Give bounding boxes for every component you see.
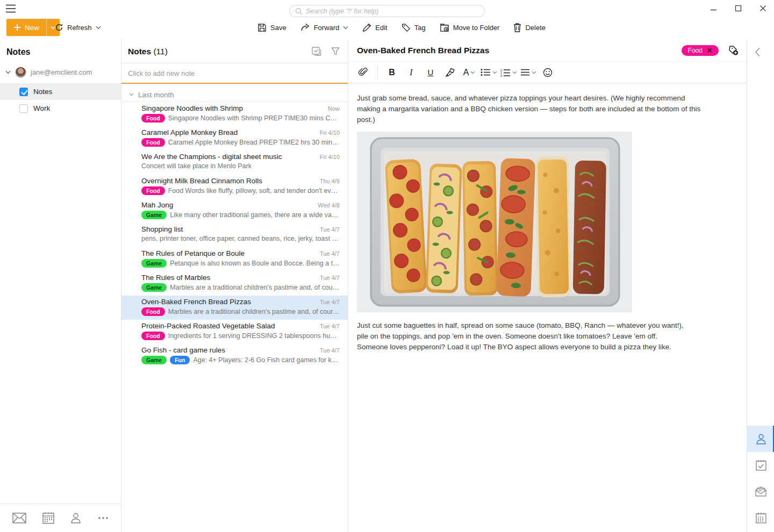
underline-button[interactable]: U [422,64,439,81]
title-bar: Search (type '?' for help) [0,0,774,17]
notes-items: Singapore Noodles with Shrimp Now FoodSi… [121,102,348,368]
note-list-item[interactable]: Overnight Milk Bread Cinnamon Rolls Thu … [121,175,348,199]
add-note-input[interactable]: Click to add new note [121,63,348,84]
calendar-icon[interactable] [42,512,54,524]
note-item-date: Now [328,105,340,112]
search-placeholder: Search (type '?' for help) [306,8,378,15]
save-button[interactable]: Save [257,19,286,36]
folder-label: Work [33,104,50,112]
bold-button[interactable]: B [384,64,400,81]
chevron-down-icon[interactable] [5,70,11,74]
note-body[interactable]: Just grab some bread, sauce, and whateve… [348,83,747,353]
note-item-preview: FoodSingapore Noodles with Shrimp PREP T… [141,114,340,123]
note-item-snippet: Petanque is also known as Boule and Bocc… [170,260,340,267]
edit-icon [362,23,371,32]
note-item-date: Wed 4/8 [318,202,340,209]
remove-tag-icon[interactable]: ✕ [707,47,712,54]
tag-pill: Game [141,259,167,268]
sidebar-folder-notes[interactable]: Notes [0,83,121,100]
italic-button[interactable]: I [403,64,419,81]
bullet-list-button[interactable] [481,64,497,81]
note-list-item[interactable]: Caramel Apple Monkey Bread Fri 4/10 Food… [121,126,348,150]
new-button[interactable]: New [6,19,60,36]
note-list-item[interactable]: Go Fish - card game rules Tue 4/7 GameFu… [121,344,348,368]
edit-button[interactable]: Edit [362,19,387,36]
rail-icons [747,426,774,531]
attach-icon[interactable] [355,64,371,81]
note-item-title: Go Fish - card game rules [141,346,320,354]
note-item-snippet: Concert will take place in Menlo Park [141,162,252,170]
note-item-title: Singapore Noodles with Shrimp [141,104,328,112]
sidebar-folder-work[interactable]: Work [0,100,121,117]
rail-calendar-icon[interactable] [747,505,774,531]
maximize-button[interactable] [732,2,744,14]
filter-icon[interactable] [331,47,340,56]
tag-pill: Game [141,211,167,219]
folder-checkbox[interactable] [19,88,28,96]
tag-button[interactable]: Tag [402,19,426,36]
note-item-snippet: Marbles are a traditional children's pas… [170,284,340,291]
note-list-item[interactable]: Oven-Baked French Bread Pizzas Tue 4/7 F… [121,296,348,320]
note-list-item[interactable]: The Rules of Marbles Tue 4/7 GameMarbles… [121,271,348,296]
note-item-date: Tue 4/7 [320,275,340,281]
forward-button[interactable]: Forward [300,19,349,36]
select-notes-icon[interactable] [311,46,322,57]
chevron-down-icon [343,26,348,30]
main-toolbar: New Refresh Save Forward Edit Tag M [0,17,774,40]
delete-button[interactable]: Delete [513,19,546,36]
alignment-button[interactable] [520,64,536,81]
note-item-date: Fri 4/10 [320,154,340,160]
refresh-button[interactable]: Refresh [55,19,101,36]
right-sidebar-rail [747,40,774,532]
note-list-item[interactable]: The Rules of Petanque or Boule Tue 4/7 G… [121,247,348,271]
note-item-title: Mah Jong [141,201,318,209]
folder-checkbox[interactable] [19,104,28,113]
close-button[interactable] [757,2,769,14]
note-item-snippet: Like many other traditional games, there… [170,211,340,219]
notes-list-panel: Notes (11) Click to add new note Last mo… [121,40,348,532]
note-item-title: Oven-Baked French Bread Pizzas [141,298,320,306]
note-tag-label: Food [688,47,703,54]
rail-agenda-icon[interactable] [747,452,774,478]
menu-icon[interactable] [5,4,16,13]
more-icon[interactable] [98,516,109,520]
format-painter-icon[interactable] [442,64,458,81]
minimize-button[interactable] [707,2,719,14]
forward-icon [300,23,310,32]
module-switcher [0,504,121,532]
contacts-icon[interactable] [70,512,82,524]
move-to-folder-button[interactable]: Move to Folder [440,19,500,36]
add-tag-icon[interactable] [726,45,739,56]
note-detail-header: Oven-Baked French Bread Pizzas Food ✕ [348,40,747,62]
note-list-item[interactable]: We Are the Champions - digital sheet mus… [121,150,348,175]
new-button-label: New [25,24,39,32]
move-folder-icon [440,23,449,32]
search-input[interactable]: Search (type '?' for help) [289,5,485,17]
note-item-date: Fri 4/10 [320,130,340,136]
mail-icon[interactable] [12,513,26,523]
note-item-snippet: pens, printer toner, office paper, canne… [141,235,340,242]
notes-list-header: Notes (11) [121,40,348,63]
group-header-last-month[interactable]: Last month [121,88,348,102]
numbered-list-button[interactable]: 123 [500,64,517,81]
account-row[interactable]: jane@emclient.com [0,63,121,83]
rail-mail-icon[interactable] [747,478,774,505]
note-list-item[interactable]: Mah Jong Wed 4/8 GameLike many other tra… [121,199,348,223]
collapse-sidebar-icon[interactable] [755,47,761,57]
note-item-title: Protein-Packed Roasted Vegetable Salad [141,322,320,330]
window-controls [707,2,769,14]
note-paragraph: Just cut some baguettes in half, spread … [357,320,689,353]
note-item-preview: GameFunAge: 4+ Players: 2-6 Go Fish card… [141,356,340,364]
refresh-label: Refresh [67,24,92,32]
account-avatar [15,67,26,78]
rail-contact-details-icon[interactable] [747,426,774,452]
emoji-button[interactable] [540,64,556,81]
note-item-title: Overnight Milk Bread Cinnamon Rolls [141,177,320,185]
note-list-item[interactable]: Singapore Noodles with Shrimp Now FoodSi… [121,102,348,126]
note-item-preview: FoodIngredients for 1 serving DRESSING 2… [141,332,340,340]
formatting-toolbar: B I U A 123 [348,62,747,83]
font-options-button[interactable]: A [461,64,477,81]
note-list-item[interactable]: Shopping list Tue 4/7 pens, printer tone… [121,223,348,247]
note-item-snippet: Singapore Noodles with Shrimp PREP TIME3… [168,114,340,122]
note-list-item[interactable]: Protein-Packed Roasted Vegetable Salad T… [121,320,348,344]
